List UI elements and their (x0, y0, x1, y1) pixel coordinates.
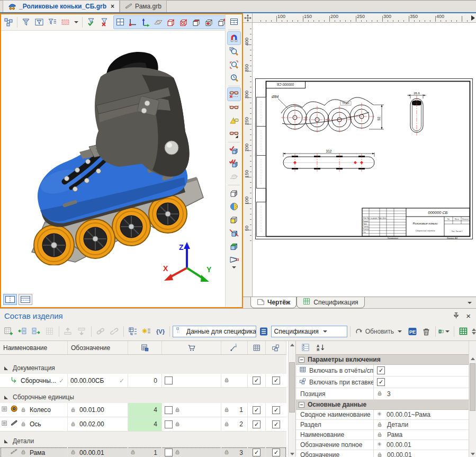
cart-checkbox[interactable] (165, 406, 173, 414)
ruler-origin-button[interactable] (243, 13, 253, 23)
property-row[interactable]: НаименованиеРама (296, 430, 469, 440)
move-row-down-button[interactable] (76, 325, 88, 338)
table-group-row[interactable]: Сборочные единицы (0, 391, 286, 403)
sort-az-button[interactable]: АЯ (314, 342, 327, 354)
refresh-button[interactable]: Обновить (353, 327, 405, 336)
hide-elements-icon[interactable] (228, 88, 240, 101)
property-row[interactable]: Включать в отчёты/спе✓ (296, 365, 469, 377)
select-by-rectangle-icon[interactable] (59, 16, 72, 29)
assembly-structure-icon[interactable] (2, 16, 15, 29)
page-tab-drawing[interactable]: Чертёж (250, 297, 297, 308)
display-options-icon[interactable] (228, 128, 240, 140)
column-header-insert-icon[interactable] (266, 341, 286, 354)
properties-scrollbar[interactable] (469, 341, 476, 457)
scrollbar-thumb[interactable] (470, 363, 475, 411)
delete-table-button[interactable] (43, 325, 56, 338)
collapse-minus-icon[interactable] (299, 357, 304, 363)
snap-magnet-icon[interactable] (228, 32, 240, 44)
box-face-front-icon[interactable] (165, 16, 177, 29)
insert-row-after-button[interactable] (30, 325, 42, 338)
perspective-view-icon[interactable] (228, 253, 240, 266)
scroll-up-button[interactable] (289, 341, 295, 348)
scroll-down-button[interactable] (289, 450, 295, 457)
collapse-expand-icons[interactable] (472, 328, 476, 335)
combobox-dropdown-icon[interactable] (323, 330, 327, 333)
window-layout-icon[interactable] (228, 15, 240, 28)
wireframe-view-icon[interactable] (228, 187, 240, 200)
apply-icon[interactable] (228, 144, 240, 157)
select-mode-dropdown-icon[interactable] (74, 21, 78, 23)
collapse-minus-icon[interactable] (299, 402, 304, 408)
tab-frame-document[interactable]: Рама.grb (120, 0, 167, 12)
page-tabs-dropdown-icon[interactable] (468, 302, 472, 304)
materials-view-icon[interactable] (228, 240, 240, 253)
table-group-row[interactable]: Документация (0, 362, 286, 374)
column-header-cart-icon[interactable] (162, 341, 221, 354)
table-structure-button[interactable] (127, 325, 139, 338)
data-source-combobox[interactable]: Данные для спецификации (173, 326, 256, 337)
section-view-icon[interactable] (228, 227, 240, 239)
report-combobox[interactable]: Спецификация (271, 326, 347, 337)
export-excel-button[interactable]: X (438, 325, 451, 338)
reports-checkbox[interactable]: ✓ (253, 406, 261, 414)
tab-assembly-document[interactable]: _Роликовые коньки_СБ.grb × (3, 0, 120, 12)
property-row[interactable]: Сводное наименование00.00.01~Рама (296, 410, 469, 420)
cart-checkbox[interactable] (165, 420, 173, 428)
cancel-selection-icon[interactable] (98, 16, 111, 29)
table-group-row[interactable]: Детали (0, 435, 286, 447)
property-row[interactable]: Обозначение00.00.01 (296, 450, 469, 457)
page-tab-specification[interactable]: Спецификация (297, 297, 364, 308)
unlink-button[interactable] (108, 325, 121, 338)
property-row[interactable]: Позиция3 (296, 388, 469, 400)
insert-checkbox[interactable]: ✓ (272, 406, 280, 414)
3d-viewport[interactable]: Z X Y (1, 31, 225, 307)
workplane-icon[interactable] (152, 16, 165, 29)
delete-report-button[interactable] (420, 325, 433, 338)
local-cs-icon[interactable] (127, 16, 139, 29)
scroll-up-button[interactable] (469, 355, 476, 362)
property-row[interactable]: Обозначение полное00.00.01 (296, 440, 469, 450)
cart-checkbox[interactable] (165, 449, 173, 456)
tab-close-icon[interactable]: × (111, 3, 114, 10)
rotate-plane-icon[interactable] (228, 171, 240, 183)
property-row[interactable]: Включать при вставке✓ (296, 377, 469, 388)
axes-3d-icon[interactable] (139, 16, 152, 29)
table-row[interactable]: Сборочны...✓00.00.00СБ✓0✓✓ (0, 374, 286, 388)
insert-checkbox[interactable]: ✓ (272, 420, 280, 428)
structure-icon[interactable] (1, 420, 8, 429)
column-header-position-icon[interactable]: 1 (221, 341, 248, 354)
zoom-window-icon[interactable] (228, 45, 240, 58)
link-button[interactable] (94, 325, 107, 338)
selector-filter-icon[interactable] (20, 16, 32, 29)
property-checkbox[interactable]: ✓ (377, 366, 385, 374)
column-header-reports-icon[interactable] (248, 341, 266, 354)
add-table-button[interactable] (2, 325, 15, 338)
apply-all-icon[interactable] (228, 157, 240, 170)
auto-values-button[interactable] (140, 325, 153, 338)
column-header-quantity-icon[interactable] (128, 341, 162, 354)
property-section-header[interactable]: Основные данные (296, 400, 469, 410)
split-horizontal-button[interactable] (19, 294, 32, 305)
reports-checkbox[interactable]: ✓ (253, 449, 261, 456)
insert-row-before-button[interactable] (16, 325, 29, 338)
split-vertical-button[interactable] (3, 294, 17, 305)
zoom-selection-icon[interactable] (228, 58, 240, 71)
table-row[interactable]: Колесо00.01.0041✓✓ (0, 403, 286, 417)
property-row[interactable]: РазделДетали (296, 420, 469, 430)
measure-icon[interactable] (228, 114, 240, 127)
filter-list-icon[interactable] (46, 16, 59, 29)
show-elements-icon[interactable] (228, 101, 240, 114)
box-face-circle-icon[interactable] (177, 16, 190, 29)
structure-icon[interactable] (1, 406, 8, 415)
variables-button[interactable]: {V} (154, 325, 167, 338)
expand-triangle-icon[interactable] (4, 440, 8, 443)
scroll-down-button[interactable] (469, 450, 476, 457)
table-scrollbar[interactable] (288, 341, 295, 457)
zoom-previous-icon[interactable] (228, 71, 240, 84)
column-header-name[interactable]: Наименование (0, 341, 68, 354)
toolbar-more-icon[interactable] (232, 266, 236, 268)
move-row-up-button[interactable] (62, 325, 75, 338)
facet-view-icon[interactable] (228, 213, 240, 226)
apply-selection-icon[interactable] (85, 16, 97, 29)
expand-triangle-icon[interactable] (4, 396, 8, 399)
